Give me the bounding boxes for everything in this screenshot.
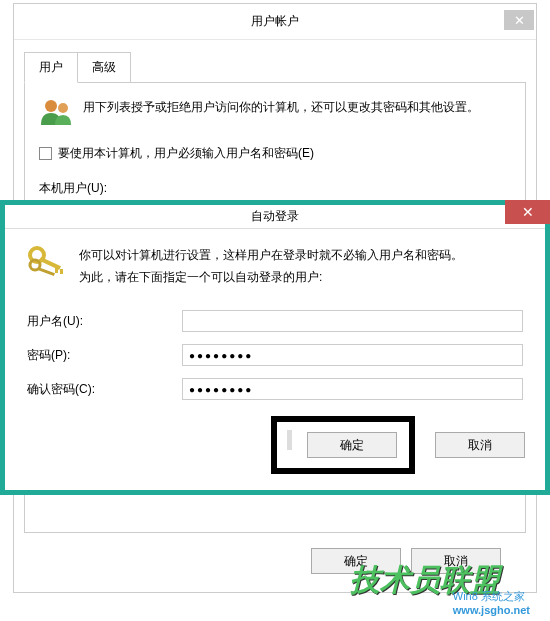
modal-cancel-button[interactable]: 取消 [435,432,525,458]
password-label: 密码(P): [27,347,182,364]
auto-login-modal: 自动登录 ✕ 你可以对计算机进行设置，这样用户在登录时就不必输入用户名和密码。 … [0,200,550,495]
modal-buttons: 确定 取消 [271,416,525,474]
svg-rect-4 [55,267,58,273]
confirm-input[interactable] [182,378,523,400]
tab-advanced[interactable]: 高级 [77,52,131,82]
checkbox-label: 要使用本计算机，用户必须输入用户名和密码(E) [58,145,314,162]
modal-text-line: 你可以对计算机进行设置，这样用户在登录时就不必输入用户名和密码。 [79,245,463,267]
close-icon: ✕ [522,204,534,220]
form-row-confirm: 确认密码(C): [27,378,523,400]
tabs: 用户 高级 [24,52,526,83]
modal-content: 你可以对计算机进行设置，这样用户在登录时就不必输入用户名和密码。 为此，请在下面… [5,229,545,428]
modal-text: 你可以对计算机进行设置，这样用户在登录时就不必输入用户名和密码。 为此，请在下面… [79,245,463,288]
watermark-url: Win8 系统之家 www.jsgho.net [453,589,530,616]
modal-text-line: 为此，请在下面指定一个可以自动登录的用户: [79,267,463,289]
confirm-label: 确认密码(C): [27,381,182,398]
users-list-label: 本机用户(U): [39,180,511,197]
modal-ok-button[interactable]: 确定 [307,432,397,458]
username-label: 用户名(U): [27,313,182,330]
keys-icon [27,245,67,281]
modal-info: 你可以对计算机进行设置，这样用户在登录时就不必输入用户名和密码。 为此，请在下面… [27,245,523,288]
modal-title: 自动登录 [251,208,299,225]
info-row: 用下列表授予或拒绝用户访问你的计算机，还可以更改其密码和其他设置。 [39,97,511,127]
svg-rect-5 [60,269,63,274]
watermark-link: www.jsgho.net [453,604,530,616]
username-input[interactable] [182,310,523,332]
users-icon [39,97,73,127]
window-title: 用户帐户 [251,13,299,30]
tab-users[interactable]: 用户 [24,52,78,83]
close-icon: ✕ [514,13,525,28]
modal-title-bar: 自动登录 ✕ [5,205,545,229]
button-label: 确定 [340,438,364,452]
tab-label: 高级 [92,60,116,74]
password-input[interactable] [182,344,523,366]
info-text: 用下列表授予或拒绝用户访问你的计算机，还可以更改其密码和其他设置。 [83,97,479,117]
checkbox-row: 要使用本计算机，用户必须输入用户名和密码(E) [39,145,511,162]
watermark-subtext: Win8 系统之家 [453,590,525,602]
tab-label: 用户 [39,60,63,74]
require-password-checkbox[interactable] [39,147,52,160]
title-bar: 用户帐户 ✕ [14,4,536,40]
form-row-password: 密码(P): [27,344,523,366]
svg-point-1 [58,103,68,113]
close-button[interactable]: ✕ [504,10,534,30]
form-row-username: 用户名(U): [27,310,523,332]
login-form: 用户名(U): 密码(P): 确认密码(C): [27,310,523,400]
highlight-box: 确定 [271,416,415,474]
modal-close-button[interactable]: ✕ [505,200,550,224]
button-label: 取消 [468,438,492,452]
svg-point-0 [45,100,57,112]
svg-rect-7 [37,267,55,276]
